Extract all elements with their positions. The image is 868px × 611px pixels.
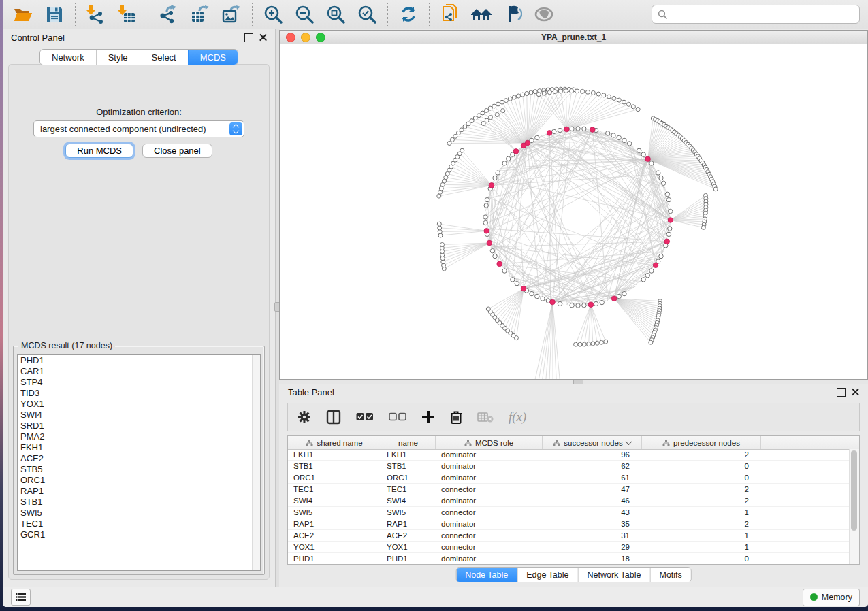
cell-shared-name[interactable]: SWI5: [288, 508, 381, 516]
cell-successor-nodes[interactable]: 61: [543, 474, 642, 482]
cell-predecessor-nodes[interactable]: 1: [642, 508, 761, 516]
mcds-result-item[interactable]: ORC1: [18, 475, 260, 486]
memory-button[interactable]: Memory: [803, 589, 860, 606]
zoom-out-icon[interactable]: [293, 3, 315, 25]
close-panel-icon[interactable]: [259, 34, 267, 42]
mcds-result-item[interactable]: PHD1: [18, 355, 260, 366]
mcds-result-item[interactable]: STB1: [18, 497, 260, 508]
close-panel-icon[interactable]: [852, 389, 859, 396]
float-panel-icon[interactable]: [244, 33, 253, 42]
cell-name[interactable]: STB1: [381, 462, 436, 470]
mcds-result-item[interactable]: CAR1: [18, 366, 260, 377]
column-header-name[interactable]: name: [381, 436, 436, 449]
column-header-successor-nodes[interactable]: successor nodes: [543, 436, 642, 449]
cell-predecessor-nodes[interactable]: 1: [642, 531, 761, 540]
cell-MCDS-role[interactable]: dominator: [436, 462, 543, 470]
mcds-result-item[interactable]: TEC1: [18, 518, 260, 529]
export-image-icon[interactable]: [221, 3, 242, 25]
cell-MCDS-role[interactable]: dominator: [436, 474, 543, 482]
new-network-from-selection-icon[interactable]: [439, 3, 461, 25]
show-home-icon[interactable]: [470, 3, 492, 25]
apply-layout-icon[interactable]: [398, 3, 419, 25]
table-settings-icon[interactable]: [298, 408, 311, 426]
import-table-icon[interactable]: [116, 3, 138, 25]
cell-name[interactable]: FKH1: [381, 450, 436, 459]
column-header-MCDS-role[interactable]: MCDS role: [436, 436, 543, 449]
cell-predecessor-nodes[interactable]: 0: [642, 555, 761, 563]
cell-successor-nodes[interactable]: 47: [543, 485, 642, 493]
cell-name[interactable]: PHD1: [381, 555, 436, 563]
mcds-result-item[interactable]: STP4: [18, 377, 260, 388]
network-canvas[interactable]: [280, 44, 867, 379]
show-graphics-details-icon[interactable]: [533, 3, 555, 25]
cell-successor-nodes[interactable]: 31: [543, 531, 642, 540]
mcds-result-item[interactable]: PMA2: [18, 431, 260, 442]
table-row[interactable]: YOX1YOX1connector291: [288, 542, 850, 553]
optimization-criterion-select[interactable]: largest connected component (undirected): [33, 120, 244, 137]
tab-network[interactable]: Network: [40, 50, 96, 65]
table-row[interactable]: SWI5SWI5connector431: [288, 507, 850, 518]
table-row[interactable]: PHD1PHD1dominator180: [288, 553, 850, 564]
cell-shared-name[interactable]: SWI4: [288, 497, 381, 505]
cell-name[interactable]: SWI5: [381, 508, 436, 516]
graph-nodes[interactable]: [437, 87, 718, 379]
cell-successor-nodes[interactable]: 35: [543, 520, 642, 528]
cell-name[interactable]: YOX1: [381, 543, 436, 551]
table-row[interactable]: TEC1TEC1connector472: [288, 484, 850, 495]
scrollbar-thumb[interactable]: [851, 450, 857, 531]
export-network-icon[interactable]: [158, 3, 180, 25]
select-all-icon[interactable]: [356, 408, 374, 426]
search-input[interactable]: [671, 9, 854, 20]
run-mcds-button[interactable]: Run MCDS: [65, 144, 133, 158]
tab-style[interactable]: Style: [96, 50, 140, 65]
cell-shared-name[interactable]: PHD1: [288, 555, 381, 563]
cell-shared-name[interactable]: ORC1: [288, 474, 381, 482]
mcds-result-item[interactable]: YOX1: [18, 399, 260, 410]
table-row[interactable]: RAP1RAP1dominator352: [288, 518, 850, 530]
mcds-result-item[interactable]: RAP1: [18, 486, 260, 497]
cell-shared-name[interactable]: ACE2: [288, 531, 381, 540]
tab-motifs[interactable]: Motifs: [649, 568, 690, 582]
cell-successor-nodes[interactable]: 29: [543, 543, 642, 551]
zoom-selected-icon[interactable]: [356, 3, 378, 25]
zoom-in-icon[interactable]: [262, 3, 284, 25]
mcds-result-item[interactable]: FKH1: [18, 442, 260, 453]
cell-successor-nodes[interactable]: 43: [543, 508, 642, 516]
cell-MCDS-role[interactable]: dominator: [436, 497, 543, 505]
table-row[interactable]: ACE2ACE2connector311: [288, 530, 850, 542]
cell-name[interactable]: RAP1: [381, 520, 436, 528]
save-session-icon[interactable]: [44, 3, 65, 25]
cell-successor-nodes[interactable]: 18: [543, 555, 642, 563]
tab-mcds[interactable]: MCDS: [188, 50, 238, 65]
cell-shared-name[interactable]: FKH1: [288, 450, 381, 459]
tab-edge-table[interactable]: Edge Table: [517, 568, 577, 582]
cell-predecessor-nodes[interactable]: 2: [642, 520, 761, 528]
cell-predecessor-nodes[interactable]: 2: [642, 497, 761, 505]
mcds-result-item[interactable]: SRD1: [18, 420, 260, 431]
delete-table-icon[interactable]: [477, 408, 494, 426]
function-builder-icon[interactable]: f(x): [509, 408, 526, 426]
table-row[interactable]: STB1STB1dominator620: [288, 461, 850, 472]
network-graph[interactable]: [280, 44, 867, 379]
cell-name[interactable]: TEC1: [381, 485, 436, 493]
cell-predecessor-nodes[interactable]: 0: [642, 474, 761, 482]
column-visibility-icon[interactable]: [326, 408, 341, 426]
table-row[interactable]: FKH1FKH1dominator962: [288, 449, 850, 461]
cell-MCDS-role[interactable]: dominator: [436, 555, 543, 563]
column-header-predecessor-nodes[interactable]: predecessor nodes: [642, 436, 761, 449]
cell-MCDS-role[interactable]: connector: [436, 508, 543, 516]
cell-name[interactable]: ACE2: [381, 531, 436, 540]
cell-successor-nodes[interactable]: 62: [543, 462, 642, 470]
export-table-icon[interactable]: [189, 3, 211, 25]
cell-MCDS-role[interactable]: dominator: [436, 520, 543, 528]
tab-network-table[interactable]: Network Table: [578, 568, 650, 582]
deselect-all-icon[interactable]: [389, 408, 406, 426]
mcds-result-item[interactable]: TID3: [18, 388, 260, 399]
cell-MCDS-role[interactable]: connector: [436, 531, 543, 540]
mcds-result-item[interactable]: ACE2: [18, 453, 260, 464]
add-column-icon[interactable]: [421, 408, 435, 426]
cell-predecessor-nodes[interactable]: 2: [642, 485, 761, 493]
hide-details-icon[interactable]: [502, 3, 524, 25]
cell-predecessor-nodes[interactable]: 1: [642, 543, 761, 551]
cell-successor-nodes[interactable]: 96: [543, 450, 642, 459]
